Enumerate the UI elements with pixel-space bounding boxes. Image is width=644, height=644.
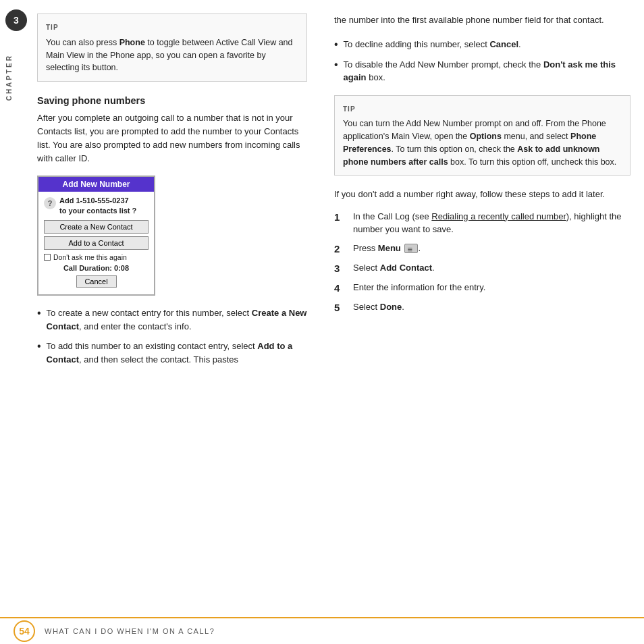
section-heading-saving: Saving phone numbers [37, 95, 307, 106]
menu-icon [404, 244, 418, 253]
dialog-body: ? Add 1-510-555-0237to your contacts lis… [38, 192, 154, 295]
chapter-label: CHAPTER [5, 54, 13, 101]
right-bullet-1: To decline adding this number, select Ca… [334, 38, 630, 51]
dialog-header: Add New Number [38, 177, 154, 192]
step-1-num: 1 [334, 210, 349, 224]
dialog-checkbox[interactable] [44, 254, 51, 261]
tip-text-top: You can also press Phone to toggle betwe… [46, 36, 298, 74]
redialing-link[interactable]: Redialing a recently called number [431, 211, 566, 221]
main-content: TIP You can also press Phone to toggle b… [30, 0, 644, 617]
dialog-question-icon: ? [44, 197, 56, 209]
step-2: 2 Press Menu . [334, 242, 630, 256]
footer-page-number: 54 [14, 620, 35, 642]
step-1: 1 In the Call Log (see Redialing a recen… [334, 210, 630, 236]
dialog-duration: Call Duration: 0:08 [44, 264, 149, 272]
step-4-num: 4 [334, 281, 349, 295]
left-bullet-2: To add this number to an existing contac… [37, 340, 307, 366]
right-bullet-list: To decline adding this number, select Ca… [334, 38, 630, 84]
dialog-checkbox-label: Don't ask me this again [53, 253, 127, 261]
phone-dialog: Add New Number ? Add 1-510-555-0237to yo… [37, 176, 155, 296]
tip-label-right: TIP [343, 105, 356, 113]
step-4-text: Enter the information for the entry. [353, 281, 485, 294]
dialog-checkbox-row: Don't ask me this again [44, 253, 149, 261]
left-bullet-list: To create a new contact entry for this n… [37, 306, 307, 366]
dialog-question-text: Add 1-510-555-0237to your contacts list … [59, 196, 136, 217]
right-column: the number into the first available phon… [321, 0, 644, 617]
dialog-add-contact-btn[interactable]: Add to a Contact [44, 236, 149, 250]
tip-text-right: You can turn the Add New Number prompt o… [343, 117, 622, 168]
footer: 54 WHAT CAN I DO WHEN I'M ON A CALL? [0, 617, 644, 644]
step-2-num: 2 [334, 242, 349, 256]
step-5-num: 5 [334, 300, 349, 315]
right-intro-text: the number into the first available phon… [334, 14, 630, 27]
tip-label-top: TIP [46, 24, 59, 31]
chapter-sidebar: 3 CHAPTER [0, 0, 20, 644]
step-1-text: In the Call Log (see Redialing a recentl… [353, 210, 630, 236]
chapter-number: 3 [5, 9, 27, 31]
step-3-num: 3 [334, 261, 349, 275]
tip-box-right: TIP You can turn the Add New Number prom… [334, 95, 630, 176]
step-5-text: Select Done. [353, 300, 404, 314]
dialog-create-contact-btn[interactable]: Create a New Contact [44, 220, 149, 234]
step-4: 4 Enter the information for the entry. [334, 281, 630, 295]
tip-box-top: TIP You can also press Phone to toggle b… [37, 14, 307, 82]
right-bullet-2: To disable the Add New Number prompt, ch… [334, 58, 630, 84]
numbered-steps: 1 In the Call Log (see Redialing a recen… [334, 210, 630, 315]
step-3: 3 Select Add Contact. [334, 261, 630, 275]
dialog-cancel-btn[interactable]: Cancel [76, 275, 117, 288]
dialog-question: ? Add 1-510-555-0237to your contacts lis… [44, 196, 149, 217]
footer-text: WHAT CAN I DO WHEN I'M ON A CALL? [45, 627, 215, 635]
step-2-text: Press Menu . [353, 242, 421, 255]
step-5: 5 Select Done. [334, 300, 630, 315]
body-text-saving: After you complete an outgoing call to a… [37, 111, 307, 166]
left-column: TIP You can also press Phone to toggle b… [30, 0, 321, 617]
step-3-text: Select Add Contact. [353, 261, 435, 275]
follow-text: If you don't add a number right away, fo… [334, 188, 630, 201]
left-bullet-1: To create a new contact entry for this n… [37, 306, 307, 333]
